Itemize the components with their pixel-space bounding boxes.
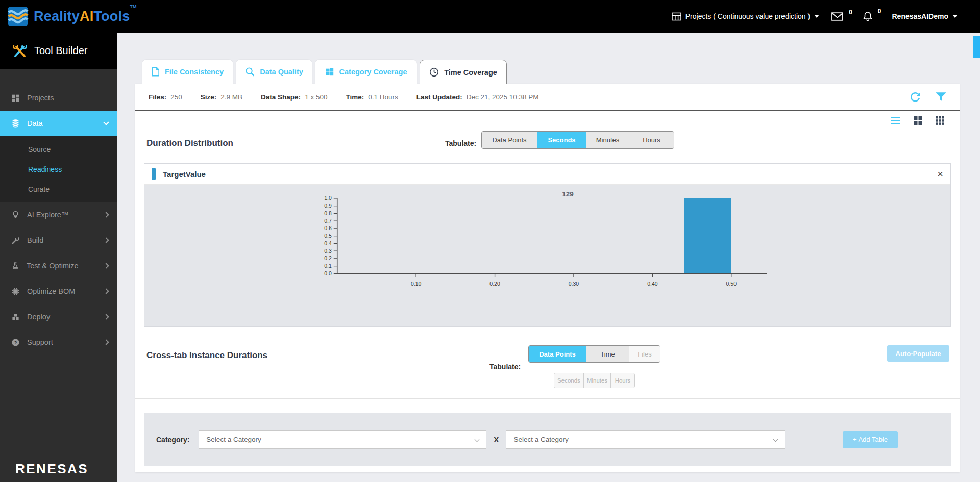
sidebar-item-label: Optimize BOM [27, 287, 75, 295]
question-circle-icon: ? [11, 338, 20, 347]
crosstab-minutes-button[interactable]: Minutes [584, 373, 611, 388]
small-grid-view-icon[interactable] [936, 116, 944, 125]
app-window: RealityAIToolsTM Projects ( Continuous v… [0, 0, 980, 482]
tab-category-coverage[interactable]: Category Coverage [315, 60, 417, 84]
sidebar-item-optimize-bom[interactable]: Optimize BOM [0, 278, 117, 304]
targetvalue-panel-header: TargetValue × [144, 164, 950, 184]
sidebar-nav: Projects Data Source Readiness Curate [0, 69, 117, 355]
data-submenu: Source Readiness Curate [0, 136, 117, 202]
svg-text:?: ? [14, 340, 17, 345]
file-icon [152, 67, 160, 77]
info-value: 0.1 Hours [368, 93, 398, 101]
crosstab-section: Cross-tab Instance Durations Tabulate: D… [135, 327, 960, 399]
tab-label: Data Quality [260, 68, 303, 76]
svg-text:0.10: 0.10 [411, 281, 422, 287]
svg-text:0.50: 0.50 [726, 281, 737, 287]
sidebar-item-label: Build [27, 236, 43, 244]
info-label: Time: [346, 93, 364, 101]
sidebar-subitem-source[interactable]: Source [0, 139, 117, 159]
messages-count-badge: 0 [849, 9, 852, 16]
sidebar-item-label: AI Explore™ [27, 211, 68, 219]
add-table-button[interactable]: + Add Table [843, 431, 898, 448]
info-size: Size: 2.9 MB [201, 93, 242, 101]
category-label: Category: [156, 436, 189, 444]
histogram-bar[interactable] [684, 198, 731, 273]
cubes-icon [11, 313, 20, 321]
tabulate-data-points-button[interactable]: Data Points [482, 132, 537, 148]
projects-menu[interactable]: Projects ( Continuous value prediction ) [672, 12, 819, 21]
svg-text:0.2: 0.2 [324, 256, 332, 261]
grid-view-icon[interactable] [914, 116, 922, 125]
sidebar-item-data[interactable]: Data [0, 111, 117, 136]
table-icon [672, 12, 681, 21]
renesas-logo: RENESAS [15, 461, 88, 477]
notifications-button[interactable]: 0 [863, 11, 880, 21]
subitem-label: Curate [28, 185, 50, 193]
category-select-1[interactable]: Select a Category [199, 430, 486, 449]
sidebar-item-label: Projects [27, 94, 54, 102]
svg-text:0.40: 0.40 [647, 281, 658, 287]
info-label: Files: [149, 93, 166, 101]
sidebar: Tool Builder Projects Data [0, 33, 117, 482]
category-select-2-value: Select a Category [513, 436, 568, 443]
chevron-down-icon [475, 437, 480, 442]
chevron-right-icon [103, 212, 109, 217]
tabulate-hours-button[interactable]: Hours [629, 132, 674, 148]
projects-menu-label: Projects ( Continuous value prediction ) [685, 12, 810, 20]
info-value: Dec 21, 2025 10:38 PM [467, 93, 539, 101]
scrollbar-thumb[interactable] [973, 36, 980, 58]
info-time: Time: 0.1 Hours [346, 93, 398, 101]
info-last-updated: Last Updated: Dec 21, 2025 10:38 PM [416, 93, 539, 101]
list-view-icon[interactable] [891, 117, 900, 124]
topbar: RealityAIToolsTM Projects ( Continuous v… [0, 0, 980, 33]
crosstab-files-button[interactable]: Files [629, 346, 660, 362]
tabulate-minutes-button[interactable]: Minutes [586, 132, 629, 148]
refresh-icon[interactable] [909, 91, 921, 103]
tab-data-quality[interactable]: Data Quality [236, 60, 312, 84]
close-icon[interactable]: × [937, 169, 943, 179]
tabulate-label: Tabulate: [445, 139, 476, 147]
sidebar-item-build[interactable]: Build [0, 227, 117, 253]
crosstab-seconds-button[interactable]: Seconds [554, 373, 584, 388]
svg-text:0.7: 0.7 [324, 218, 332, 224]
sidebar-subitem-readiness[interactable]: Readiness [0, 159, 117, 179]
chevron-right-icon [103, 263, 109, 268]
crosstab-data-points-button[interactable]: Data Points [529, 346, 586, 362]
chip-icon [11, 287, 20, 296]
sidebar-item-support[interactable]: ? Support [0, 329, 117, 355]
messages-button[interactable]: 0 [831, 12, 851, 21]
user-name: RenesasAIDemo [892, 12, 949, 20]
svg-text:0.5: 0.5 [324, 233, 332, 239]
user-menu[interactable]: RenesasAIDemo [892, 12, 958, 20]
crosstab-time-button[interactable]: Time [586, 346, 629, 362]
info-label: Data Shape: [261, 93, 301, 101]
crosstab-hours-button[interactable]: Hours [611, 373, 634, 388]
dataset-info-bar: Files: 250 Size: 2.9 MB Data Shape: 1 x … [135, 84, 960, 111]
database-icon [11, 119, 20, 128]
sidebar-item-ai-explore[interactable]: AI Explore™ [0, 202, 117, 227]
sidebar-item-deploy[interactable]: Deploy [0, 304, 117, 329]
projects-grid-icon [11, 94, 20, 103]
chevron-down-icon [103, 119, 109, 125]
svg-text:0.4: 0.4 [324, 241, 332, 246]
crosstab-mode-group: Data Points Time Files [528, 345, 660, 363]
sidebar-item-test-optimize[interactable]: Test & Optimize [0, 253, 117, 278]
tool-builder-wrenches-icon [12, 44, 28, 58]
flask-icon [11, 261, 19, 270]
tabulate-seconds-button[interactable]: Seconds [537, 132, 586, 148]
filter-icon[interactable] [936, 92, 946, 102]
tool-builder-header: Tool Builder [0, 33, 117, 69]
svg-text:0.9: 0.9 [324, 203, 332, 209]
chevron-down-icon [814, 15, 819, 18]
tab-file-consistency[interactable]: File Consistency [142, 60, 233, 84]
info-value: 2.9 MB [220, 93, 242, 101]
tab-time-coverage[interactable]: Time Coverage [420, 60, 507, 84]
info-label: Size: [201, 93, 217, 101]
category-select-2[interactable]: Select a Category [506, 430, 785, 449]
svg-text:0.20: 0.20 [489, 281, 500, 287]
sidebar-item-projects[interactable]: Projects [0, 85, 117, 111]
auto-populate-button[interactable]: Auto-Populate [887, 345, 949, 362]
main-area: File Consistency Data Quality Category C… [117, 33, 980, 482]
info-data-shape: Data Shape: 1 x 500 [261, 93, 327, 101]
sidebar-subitem-curate[interactable]: Curate [0, 179, 117, 199]
